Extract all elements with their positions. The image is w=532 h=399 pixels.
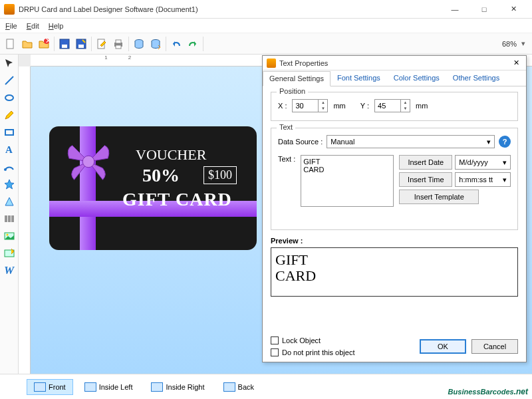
insert-template-button[interactable]: Insert Template [399, 190, 479, 204]
line-tool-icon[interactable] [2, 73, 17, 88]
cancel-button[interactable]: Cancel [471, 339, 518, 354]
datasource-label: Data Source : [278, 138, 323, 146]
title-bar: DRPU Card and Label Designer Software (D… [0, 0, 532, 19]
barcode-tool-icon[interactable] [2, 211, 17, 226]
pencil-tool-icon[interactable] [2, 108, 17, 122]
dialog-close-button[interactable]: ✕ [510, 57, 522, 69]
tab-back[interactable]: Back [216, 379, 261, 395]
svg-line-13 [5, 76, 13, 84]
menu-file[interactable]: File [5, 22, 17, 30]
database-icon[interactable] [131, 36, 147, 52]
svg-rect-15 [5, 130, 13, 135]
ok-button[interactable]: OK [420, 339, 466, 354]
save-as-icon[interactable] [73, 36, 89, 52]
vertical-ruler [19, 66, 31, 374]
y-field[interactable] [375, 102, 400, 110]
dialog-icon [267, 59, 276, 68]
svg-rect-9 [116, 40, 121, 43]
insert-time-button[interactable]: Insert Time [399, 172, 452, 187]
image-tool-icon[interactable] [2, 229, 17, 243]
tab-inside-right-label: Inside Right [166, 383, 204, 391]
svg-point-16 [4, 168, 7, 171]
voucher-text[interactable]: VOUCHER [136, 146, 206, 164]
new-icon[interactable] [3, 36, 19, 52]
x-unit: mm [333, 102, 345, 110]
tab-inside-left[interactable]: Inside Left [77, 379, 140, 395]
edit-icon[interactable] [94, 36, 110, 52]
tab-font-settings[interactable]: Font Settings [331, 70, 387, 86]
menu-edit[interactable]: Edit [27, 22, 39, 30]
y-input[interactable]: ▲▼ [374, 99, 410, 112]
zoom-dropdown-icon[interactable]: ▾ [521, 39, 525, 48]
text-tool-icon[interactable]: A [2, 142, 17, 157]
x-label: X : [278, 102, 287, 110]
undo-icon[interactable] [168, 36, 184, 52]
page-icon [34, 382, 46, 392]
page-icon [84, 382, 96, 392]
datasource-value: Manual [331, 138, 354, 146]
insert-date-button[interactable]: Insert Date [399, 155, 452, 170]
svg-rect-0 [7, 39, 13, 49]
app-icon [4, 4, 15, 15]
chevron-down-icon: ▾ [503, 158, 507, 167]
wordart-tool-icon[interactable]: W [2, 263, 17, 278]
date-format-value: M/d/yyyy [459, 158, 487, 166]
help-icon[interactable]: ? [499, 136, 511, 148]
text-input[interactable] [301, 155, 394, 207]
datasource-select[interactable]: Manual▾ [327, 135, 495, 148]
tab-general-settings[interactable]: General Settings [263, 71, 331, 86]
ellipse-tool-icon[interactable] [2, 90, 17, 105]
redo-icon[interactable] [185, 36, 201, 52]
page-icon [151, 382, 163, 392]
time-format-select[interactable]: h:mm:ss tt▾ [455, 172, 511, 187]
tab-other-settings[interactable]: Other Settings [446, 70, 506, 86]
x-field[interactable] [293, 102, 318, 110]
minimize-button[interactable]: — [440, 1, 469, 18]
svg-point-24 [6, 234, 8, 236]
text-legend: Text [277, 123, 295, 131]
do-not-print-checkbox[interactable]: Do not print this object [271, 348, 354, 356]
database-export-icon[interactable] [148, 36, 164, 52]
tab-inside-right[interactable]: Inside Right [144, 379, 211, 395]
zoom-level[interactable]: 68% [502, 40, 517, 48]
tab-front[interactable]: Front [27, 379, 73, 395]
close-button[interactable]: ✕ [499, 1, 528, 18]
pointer-tool-icon[interactable] [2, 56, 17, 70]
tab-color-settings[interactable]: Color Settings [387, 70, 446, 86]
rectangle-tool-icon[interactable] [2, 125, 17, 140]
star-tool-icon[interactable] [2, 177, 17, 192]
gift-card-design[interactable]: VOUCHER 50% $100 GIFT CARD [49, 126, 257, 250]
svg-rect-6 [78, 45, 84, 48]
arc-tool-icon[interactable] [2, 160, 17, 174]
close-file-icon[interactable]: ✕ [36, 36, 52, 52]
percent-text[interactable]: 50% [142, 165, 180, 186]
dialog-titlebar: Text Properties ✕ [263, 56, 526, 70]
svg-rect-4 [62, 45, 67, 48]
text-properties-dialog: Text Properties ✕ General Settings Font … [262, 55, 527, 362]
lock-object-checkbox[interactable]: Lock Object [271, 336, 354, 344]
bow-icon [63, 136, 114, 188]
dialog-title: Text Properties [279, 59, 510, 67]
print-icon[interactable] [110, 36, 126, 52]
lock-label: Lock Object [282, 336, 321, 344]
noprint-label: Do not print this object [282, 348, 354, 356]
dialog-body: Position X : ▲▼ mm Y : ▲▼ mm Text Data S… [263, 86, 526, 302]
tab-front-label: Front [49, 383, 66, 391]
position-legend: Position [277, 87, 308, 95]
svg-point-26 [82, 156, 94, 168]
text-fieldset: Text Data Source : Manual▾ ? Text : Inse… [271, 128, 518, 230]
maximize-button[interactable]: □ [469, 1, 499, 18]
x-input[interactable]: ▲▼ [292, 99, 328, 112]
open-icon[interactable] [19, 36, 35, 52]
library-tool-icon[interactable] [2, 246, 17, 261]
giftcard-text[interactable]: GIFT CARD [122, 189, 232, 210]
menu-bar: File Edit Help [0, 19, 532, 33]
chevron-down-icon: ▾ [503, 176, 507, 184]
save-icon[interactable] [57, 36, 72, 52]
triangle-tool-icon[interactable] [2, 194, 17, 209]
date-format-select[interactable]: M/d/yyyy▾ [455, 155, 511, 170]
time-format-value: h:mm:ss tt [459, 176, 493, 184]
menu-help[interactable]: Help [49, 22, 64, 30]
price-text[interactable]: $100 [203, 166, 237, 184]
preview-label: Preview : [271, 237, 518, 245]
